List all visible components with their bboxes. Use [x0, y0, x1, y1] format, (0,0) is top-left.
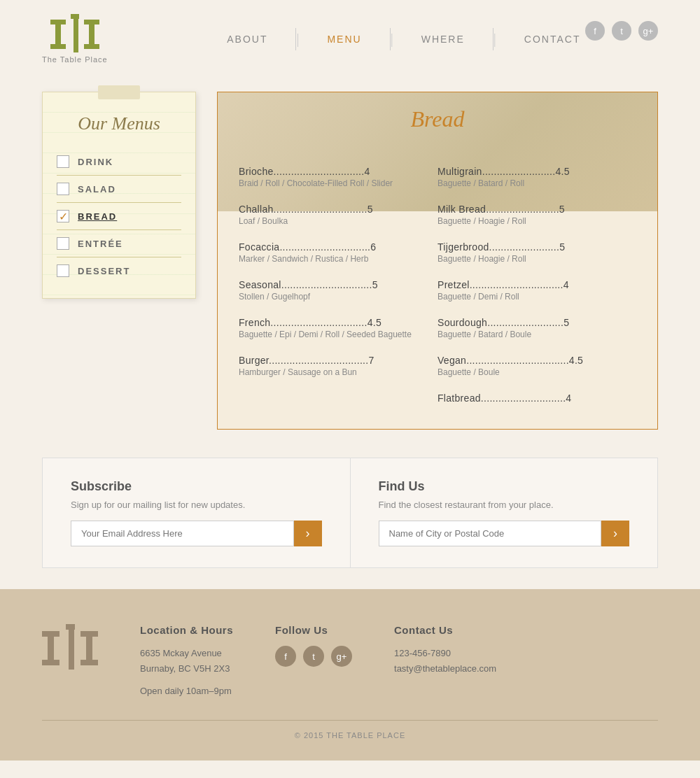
- footer-grid: Location & Hours 6635 Mckay Avenue Burna…: [42, 624, 658, 699]
- bread-item-vegan: Vegan...................................…: [438, 349, 636, 387]
- footer-follow-title: Follow Us: [275, 624, 352, 636]
- bread-item-challah-name: Challah................................5: [239, 204, 430, 215]
- checkbox-bread[interactable]: ✓: [57, 210, 69, 222]
- subscribe-desc: Sign up for our mailing list for new upd…: [71, 500, 322, 510]
- footer-hours: Open daily 10am–9pm: [140, 684, 233, 699]
- bread-item-french-name: French.................................4…: [239, 317, 430, 328]
- checkbox-dessert[interactable]: [57, 264, 69, 277]
- sidebar: Our Menus DRINK SALAD ✓ BREAD ENTRÉE DES…: [42, 92, 196, 430]
- footer-address-line1: 6635 Mckay Avenue: [140, 646, 233, 661]
- bread-item-vegan-desc: Baguette / Boule: [438, 367, 629, 377]
- menu-item-drink[interactable]: DRINK: [57, 148, 181, 176]
- findus-desc: Find the closest restaurant from your pl…: [379, 500, 630, 510]
- bread-item-tijgerbrood-name: Tijgerbrood........................5: [438, 241, 629, 253]
- bread-item-sourdough: Sourdough..........................5 Bag…: [438, 311, 636, 349]
- footer-contact: Contact Us 123-456-7890 tasty@thetablepl…: [394, 624, 496, 677]
- bread-item-burger-desc: Hamburger / Sausage on a Bun: [239, 367, 430, 377]
- bread-item-milkbread-desc: Baguette / Hoagie / Roll: [438, 216, 629, 226]
- bread-item-milkbread-name: Milk Bread.........................5: [438, 204, 629, 215]
- findus-section: Find Us Find the closest restaurant from…: [351, 458, 658, 567]
- bread-item-sourdough-name: Sourdough..........................5: [438, 317, 629, 328]
- menu-label-bread: BREAD: [78, 211, 117, 222]
- footer-email: tasty@thetableplace.com: [394, 661, 496, 677]
- bread-item-multigrain-desc: Baguette / Batard / Roll: [438, 178, 629, 188]
- footer-logo-image: [42, 624, 98, 670]
- bread-item-sourdough-desc: Baguette / Batard / Boule: [438, 330, 629, 339]
- bread-item-pretzel-name: Pretzel................................4: [438, 279, 629, 290]
- footer-follow: Follow Us f t g+: [275, 624, 352, 667]
- googleplus-icon[interactable]: g+: [638, 21, 658, 41]
- bread-item-brioche-desc: Braid / Roll / Chocolate-Filled Roll / S…: [239, 178, 430, 188]
- menu-item-bread[interactable]: ✓ BREAD: [57, 203, 181, 230]
- bread-item-pretzel: Pretzel................................4…: [438, 274, 636, 311]
- facebook-icon[interactable]: f: [585, 21, 605, 41]
- nav-where[interactable]: WHERE: [393, 28, 493, 50]
- header: The Table Place ABOUT | MENU | WHERE | C…: [0, 0, 700, 78]
- bread-items-right: Multigrain.........................4.5 B…: [438, 160, 636, 415]
- footer-twitter-icon[interactable]: t: [303, 646, 324, 667]
- footer-address-line2: Burnaby, BC V5H 2X3: [140, 661, 233, 677]
- bread-item-multigrain: Multigrain.........................4.5 B…: [438, 160, 636, 198]
- footer-contact-title: Contact Us: [394, 624, 496, 636]
- svg-rect-8: [42, 631, 59, 637]
- bread-items-grid: Brioche...............................4 …: [218, 146, 657, 429]
- bread-item-focaccia: Focaccia...............................6…: [239, 236, 438, 274]
- bread-item-brioche-name: Brioche...............................4: [239, 166, 430, 177]
- bread-item-focaccia-name: Focaccia...............................6: [239, 241, 430, 253]
- our-menus-title: Our Menus: [57, 113, 181, 134]
- logo-image: [50, 14, 99, 52]
- svg-rect-1: [55, 24, 61, 44]
- checkbox-entree[interactable]: [57, 237, 69, 250]
- bread-panel: Bread Brioche...........................…: [217, 92, 658, 430]
- footer-logo: [42, 624, 98, 672]
- footer-location: Location & Hours 6635 Mckay Avenue Burna…: [140, 624, 233, 699]
- svg-rect-0: [50, 20, 66, 24]
- menu-label-salad: SALAD: [78, 184, 116, 194]
- findus-title: Find Us: [379, 479, 630, 494]
- nav: ABOUT | MENU | WHERE | CONTACT: [150, 28, 658, 50]
- bread-item-pretzel-desc: Baguette / Demi / Roll: [438, 292, 629, 302]
- svg-rect-2: [71, 14, 79, 19]
- bread-item-french-desc: Baguette / Epi / Demi / Roll / Seeded Ba…: [239, 330, 430, 339]
- menu-item-dessert[interactable]: DESSERT: [57, 257, 181, 284]
- info-section: Subscribe Sign up for our mailing list f…: [42, 458, 658, 568]
- footer-phone: 123-456-7890: [394, 646, 496, 661]
- bread-item-flatbread: Flatbread.............................4: [438, 387, 636, 415]
- menu-label-drink: DRINK: [78, 157, 113, 167]
- email-input[interactable]: [71, 521, 294, 546]
- subscribe-button[interactable]: ›: [294, 521, 322, 546]
- location-input[interactable]: [379, 521, 602, 546]
- checkbox-salad[interactable]: [57, 183, 69, 195]
- bread-item-challah-desc: Loaf / Boulka: [239, 216, 430, 226]
- notepad: Our Menus DRINK SALAD ✓ BREAD ENTRÉE DES…: [42, 92, 196, 299]
- logo-area: The Table Place: [42, 14, 108, 64]
- bread-item-brioche: Brioche...............................4 …: [239, 160, 438, 198]
- footer-facebook-icon[interactable]: f: [275, 646, 296, 667]
- svg-rect-10: [66, 624, 75, 630]
- nav-menu[interactable]: MENU: [299, 28, 390, 50]
- svg-rect-12: [80, 631, 98, 637]
- svg-rect-14: [42, 660, 59, 665]
- nav-about[interactable]: ABOUT: [199, 28, 296, 50]
- menu-item-salad[interactable]: SALAD: [57, 176, 181, 203]
- bread-item-burger: Burger..................................…: [239, 349, 438, 387]
- checkbox-drink[interactable]: [57, 155, 69, 168]
- bread-item-focaccia-desc: Marker / Sandwich / Rustica / Herb: [239, 254, 430, 264]
- svg-rect-4: [84, 20, 99, 24]
- footer-googleplus-icon[interactable]: g+: [331, 646, 352, 667]
- svg-rect-13: [86, 637, 92, 660]
- menu-label-dessert: DESSERT: [78, 266, 130, 276]
- svg-rect-6: [50, 44, 66, 49]
- svg-rect-15: [80, 660, 98, 665]
- bread-item-burger-name: Burger..................................…: [239, 355, 430, 366]
- bread-item-seasonal-name: Seasonal...............................5: [239, 279, 430, 290]
- svg-rect-9: [48, 637, 54, 660]
- findus-button[interactable]: ›: [601, 521, 629, 546]
- subscribe-section: Subscribe Sign up for our mailing list f…: [43, 458, 351, 567]
- menu-item-entree[interactable]: ENTRÉE: [57, 230, 181, 257]
- footer-copyright: © 2015 THE TABLE PLACE: [42, 731, 658, 740]
- bread-item-french: French.................................4…: [239, 311, 438, 349]
- main-content: Our Menus DRINK SALAD ✓ BREAD ENTRÉE DES…: [0, 78, 700, 444]
- bread-item-vegan-name: Vegan...................................…: [438, 355, 629, 366]
- twitter-icon[interactable]: t: [612, 21, 631, 41]
